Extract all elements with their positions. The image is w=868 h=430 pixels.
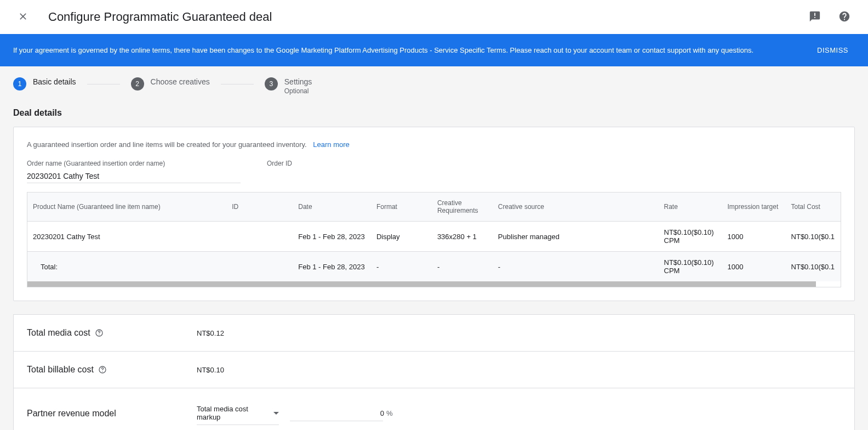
total-billable-cost-row: Total billable cost NT$0.10: [14, 352, 854, 388]
line-items-table: Product Name (Guaranteed line item name)…: [27, 193, 841, 281]
page-title: Configure Programmatic Guaranteed deal: [48, 10, 272, 24]
col-id: ID: [226, 193, 293, 222]
step-number: 1: [13, 77, 26, 90]
revenue-percent-group: %: [290, 406, 383, 421]
step-number: 2: [131, 77, 144, 90]
close-icon: [18, 11, 28, 22]
help-button[interactable]: [834, 6, 855, 29]
total-media-cost-row: Total media cost NT$0.12: [14, 315, 854, 352]
col-impression-target: Impression target: [722, 193, 786, 222]
col-format: Format: [371, 193, 432, 222]
learn-more-link[interactable]: Learn more: [313, 140, 349, 149]
stepper: 1 Basic details 2 Choose creatives 3 Set…: [0, 66, 868, 108]
summary-card: Total media cost NT$0.12 Total billable …: [13, 314, 855, 430]
step-label: Settings: [284, 77, 312, 86]
order-id-label: Order ID: [267, 160, 292, 167]
partner-revenue-model-row: Partner revenue model Total media cost m…: [14, 388, 854, 430]
step-label: Choose creatives: [151, 77, 210, 86]
close-button[interactable]: [13, 7, 33, 28]
revenue-model-select[interactable]: Total media cost markup: [197, 401, 279, 425]
deal-details-card: A guaranteed insertion order and line it…: [13, 127, 855, 301]
app-header: Configure Programmatic Guaranteed deal: [0, 0, 868, 34]
step-basic-details[interactable]: 1 Basic details: [13, 77, 76, 90]
order-name-group: Order name (Guaranteed insertion order n…: [27, 160, 241, 183]
announcement-icon: [809, 10, 821, 22]
card-intro: A guaranteed insertion order and line it…: [27, 140, 841, 149]
feedback-button[interactable]: [804, 6, 825, 29]
total-billable-cost-value: NT$0.10: [197, 366, 224, 374]
table-header-row: Product Name (Guaranteed line item name)…: [27, 193, 841, 222]
order-name-label: Order name (Guaranteed insertion order n…: [27, 160, 241, 167]
step-divider: [221, 84, 254, 84]
col-product-name: Product Name (Guaranteed line item name): [27, 193, 226, 222]
notification-banner: If your agreement is governed by the onl…: [0, 34, 868, 66]
col-date: Date: [293, 193, 371, 222]
col-creative-src: Creative source: [493, 193, 659, 222]
chevron-down-icon: [273, 412, 279, 415]
col-rate: Rate: [659, 193, 722, 222]
total-media-cost-label: Total media cost: [27, 328, 197, 338]
help-icon[interactable]: [95, 329, 104, 337]
step-number: 3: [265, 77, 278, 90]
step-sublabel: Optional: [284, 87, 312, 95]
total-billable-cost-label: Total billable cost: [27, 365, 197, 375]
step-label: Basic details: [33, 77, 76, 86]
order-name-input[interactable]: [27, 169, 241, 183]
banner-text: If your agreement is governed by the onl…: [13, 46, 753, 54]
line-items-table-wrap: Product Name (Guaranteed line item name)…: [27, 192, 841, 287]
help-icon: [838, 10, 850, 22]
header-actions: [804, 6, 855, 29]
col-total-cost: Total Cost: [786, 193, 841, 222]
table-total-row: Total: Feb 1 - Feb 28, 2023 - - - NT$0.1…: [27, 252, 841, 282]
partner-revenue-model-label: Partner revenue model: [27, 409, 197, 418]
step-settings[interactable]: 3 Settings Optional: [265, 77, 312, 95]
revenue-percent-input[interactable]: [290, 406, 386, 421]
total-media-cost-value: NT$0.12: [197, 329, 224, 337]
order-id-group: Order ID: [267, 160, 292, 183]
table-row[interactable]: 20230201 Cathy Test Feb 1 - Feb 28, 2023…: [27, 222, 841, 252]
section-title: Deal details: [0, 108, 868, 127]
help-icon[interactable]: [98, 365, 107, 374]
horizontal-scrollbar[interactable]: [27, 281, 816, 287]
dismiss-button[interactable]: DISMISS: [810, 42, 855, 59]
percent-sign: %: [386, 409, 395, 417]
step-choose-creatives[interactable]: 2 Choose creatives: [131, 77, 210, 90]
step-divider: [87, 84, 120, 84]
col-creative-req: Creative Requirements: [432, 193, 493, 222]
